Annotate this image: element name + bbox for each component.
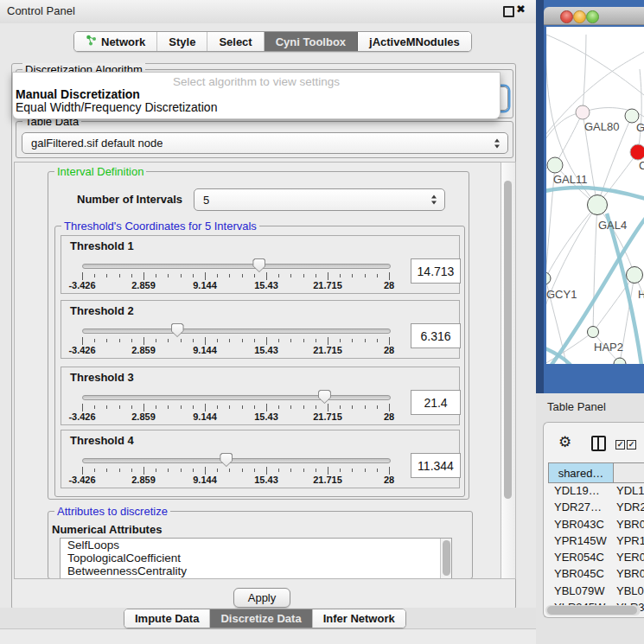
network-node[interactable] xyxy=(588,327,599,338)
checkbox-icon[interactable]: ✓ xyxy=(615,440,625,450)
node-label: HAP2 xyxy=(594,341,623,354)
threshold-value-field[interactable]: 6.316 xyxy=(411,323,461,348)
attributes-group: Attributes to discretize Numerical Attri… xyxy=(48,511,473,579)
table-row[interactable]: YER054CYER0 xyxy=(548,549,644,565)
tab-infer-network[interactable]: Infer Network xyxy=(313,609,405,628)
network-edge xyxy=(638,69,641,152)
attributes-list[interactable]: SelfLoopsTopologicalCoefficientBetweenne… xyxy=(60,538,452,579)
tab-label: jActiveMNodules xyxy=(369,35,460,48)
column-header-shared[interactable]: shared… xyxy=(549,463,614,482)
network-edge xyxy=(555,112,583,165)
slider-track[interactable] xyxy=(82,458,391,463)
slider-tick-labels: -3.4262.8599.14415.4321.71528 xyxy=(82,280,390,290)
table-row[interactable]: YBR045CYBR0 xyxy=(548,565,644,582)
cell-shared-name: YDR27… xyxy=(554,501,615,513)
node-label: C xyxy=(639,159,644,172)
attribute-item[interactable]: BetweennessCentrality xyxy=(61,564,451,577)
zoom-traffic-light[interactable] xyxy=(586,10,599,23)
slider-tick-labels: -3.4262.8599.14415.4321.71528 xyxy=(82,345,390,355)
cell-shared-name: YER054C xyxy=(554,551,615,564)
table-panel-title: Table Panel xyxy=(547,400,606,413)
table-row[interactable]: YBL079WYBL0 xyxy=(548,583,644,599)
network-icon xyxy=(86,35,97,48)
columns-icon[interactable] xyxy=(591,436,606,451)
threshold-label: Threshold 2 xyxy=(70,304,134,317)
network-node[interactable] xyxy=(630,144,644,160)
attribute-item[interactable]: TopologicalCoefficient xyxy=(61,552,451,564)
threshold-row: Threshold 1-3.4262.8599.14415.4321.71528… xyxy=(61,235,460,294)
split-pane-divider[interactable] xyxy=(536,0,544,393)
vertical-scrollbar[interactable] xyxy=(501,162,516,579)
minimize-traffic-light[interactable] xyxy=(573,10,586,23)
slider-thumb[interactable] xyxy=(220,453,233,467)
slider-track[interactable] xyxy=(82,328,391,334)
network-graph: GAL80GACGAL11GAL4GCY1HHAP2 xyxy=(546,27,644,364)
network-node[interactable] xyxy=(547,157,563,173)
control-panel: Control Panel ✖ NetworkStyleSelectCyni T… xyxy=(0,0,536,644)
network-canvas[interactable]: GAL80GACGAL11GAL4GCY1HHAP2 xyxy=(546,27,644,364)
table-rows: YDL19…YDL1YDR27…YDR2YBR043CYBR0YPR145WYP… xyxy=(548,482,644,615)
checkbox-icon[interactable]: ✓ xyxy=(627,440,636,450)
tab-select[interactable]: Select xyxy=(207,32,264,51)
network-node[interactable] xyxy=(546,272,551,284)
table-data-value: galFiltered.sif default node xyxy=(22,137,163,150)
network-node[interactable] xyxy=(576,105,590,119)
slider-track[interactable] xyxy=(82,395,391,400)
panel-titlebar: Control Panel ✖ xyxy=(0,0,536,23)
cell-name: YDR2 xyxy=(616,501,644,513)
threshold-value-field[interactable]: 14.713 xyxy=(411,258,461,284)
table-toolbar: ⚙ ✓ ✓ xyxy=(544,423,644,461)
threshold-row: Threshold 2-3.4262.8599.14415.4321.71528… xyxy=(61,300,460,359)
top-tab-bar: NetworkStyleSelectCyni ToolboxjActiveMNo… xyxy=(73,31,472,52)
network-edge xyxy=(593,205,597,332)
attributes-list-scrollbar[interactable] xyxy=(440,539,452,578)
close-icon[interactable]: ✖ xyxy=(516,3,526,16)
interval-definition-title: Interval Definition xyxy=(54,165,146,178)
slider-track[interactable] xyxy=(82,264,391,269)
table-row[interactable]: YDR27…YDR2 xyxy=(548,499,644,515)
slider-thumb[interactable] xyxy=(252,258,265,272)
table-data-combobox[interactable]: galFiltered.sif default node xyxy=(22,132,508,154)
column-header-name[interactable]: n xyxy=(614,463,644,482)
node-table: shared… n YDL19…YDL1YDR27…YDR2YBR043CYBR… xyxy=(548,462,644,615)
tab-discretize-data[interactable]: Discretize Data xyxy=(210,609,312,628)
combo-arrows-icon xyxy=(494,138,501,148)
horizontal-scrollbar[interactable] xyxy=(545,605,641,615)
slider-thumb[interactable] xyxy=(171,323,184,337)
table-row[interactable]: YDL19…YDL1 xyxy=(548,482,644,499)
number-of-intervals-value: 5 xyxy=(194,194,209,207)
table-panel: Table Panel ⚙ ✓ ✓ shared… n YDL19…YDL1YD… xyxy=(536,393,644,644)
number-of-intervals-label: Number of Intervals xyxy=(77,193,182,206)
close-traffic-light[interactable] xyxy=(560,10,573,23)
slider-tick-labels: -3.4262.8599.14415.4321.71528 xyxy=(82,475,390,485)
threshold-value-field[interactable]: 21.4 xyxy=(411,390,461,415)
tab-cyni-toolbox[interactable]: Cyni Toolbox xyxy=(265,32,358,51)
cell-shared-name: YBR045C xyxy=(554,567,615,580)
thresholds-group-title: Threshold's Coordinates for 5 Intervals xyxy=(61,220,259,233)
float-window-icon[interactable] xyxy=(503,6,514,17)
interval-definition-group: Interval Definition Number of Intervals … xyxy=(48,171,469,500)
algorithm-option[interactable]: Manual Discretization xyxy=(16,88,497,101)
tab-jactivemnodules[interactable]: jActiveMNodules xyxy=(358,32,471,51)
tab-impute-data[interactable]: Impute Data xyxy=(124,609,210,628)
network-node[interactable] xyxy=(588,195,608,215)
gear-icon[interactable]: ⚙ xyxy=(558,433,571,450)
network-edge xyxy=(546,205,597,337)
attribute-item[interactable]: SelfLoops xyxy=(61,539,451,552)
tab-style[interactable]: Style xyxy=(157,32,207,51)
slider-thumb[interactable] xyxy=(318,390,331,404)
network-window-titlebar xyxy=(544,7,644,25)
cell-name: YER0 xyxy=(616,551,644,564)
network-edge xyxy=(546,112,583,156)
node-label: GAL4 xyxy=(598,219,627,232)
number-of-intervals-combobox[interactable]: 5 xyxy=(194,188,445,211)
table-row[interactable]: YBR043CYBR0 xyxy=(548,516,644,532)
table-panel-inset: ⚙ ✓ ✓ shared… n YDL19…YDL1YDR27…YDR2YBR0… xyxy=(543,422,644,618)
algorithm-option[interactable]: Equal Width/Frequency Discretization xyxy=(16,101,497,114)
table-row[interactable]: YPR145WYPR1 xyxy=(548,532,644,549)
apply-button[interactable]: Apply xyxy=(233,588,290,608)
network-node[interactable] xyxy=(627,267,643,284)
threshold-value-field[interactable]: 11.344 xyxy=(411,453,461,478)
thresholds-group: Threshold's Coordinates for 5 Intervals … xyxy=(54,226,465,497)
tab-network[interactable]: Network xyxy=(74,32,157,51)
